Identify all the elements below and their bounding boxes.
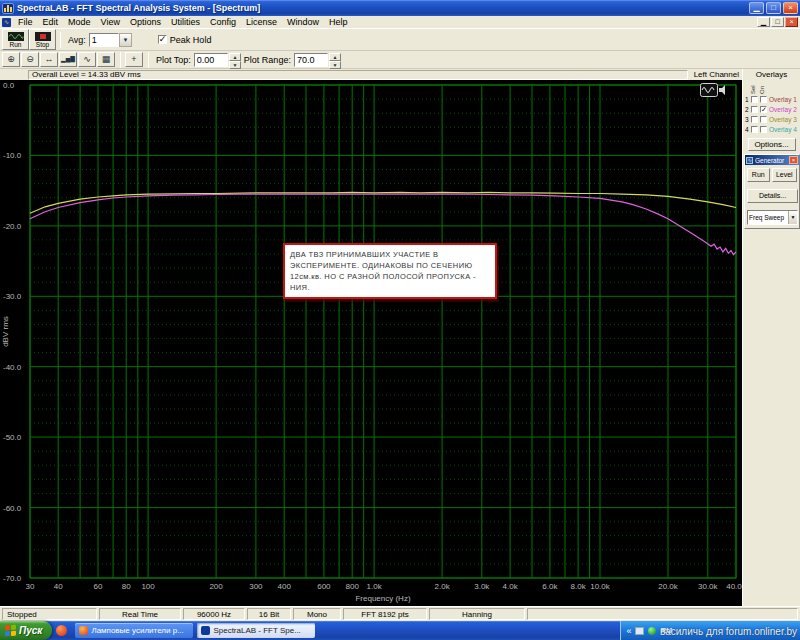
generator-close-icon[interactable]: × [789,156,798,164]
taskbar-task-browser[interactable]: Ламповые усилители р... [75,623,193,638]
generator-details-button[interactable]: Details... [747,189,798,203]
peak-hold-checkbox[interactable] [158,35,167,44]
overall-level-readout: Overall Level = 14.33 dBV rms [28,70,688,80]
svg-text:dBV rms: dBV rms [1,316,10,347]
menu-file[interactable]: File [13,16,38,28]
avg-dropdown-arrow-icon[interactable]: ▼ [119,33,132,47]
marker-icon: + [131,54,136,64]
menu-window[interactable]: Window [282,16,324,28]
tray-chevron-icon[interactable]: « [626,626,631,636]
annotation-line: 12см.кв. НО С РАЗНОЙ ПОЛОСОЙ ПРОПУСКА - [290,271,490,282]
quick-launch-browser-icon[interactable] [56,625,67,636]
generator-active-icon [700,83,726,101]
menu-utilities[interactable]: Utilities [166,16,205,28]
overlay-1-on-checkbox[interactable] [760,96,767,103]
overlay-2-sel-checkbox[interactable] [751,106,758,113]
overlays-title: Overlays [743,70,800,79]
start-button[interactable]: Пуск [0,621,52,640]
mdi-restore-button[interactable]: □ [771,17,784,27]
bar-chart-view-button[interactable]: ▂▅▇ [59,52,77,67]
overlay-4-on-checkbox[interactable] [760,126,767,133]
avg-value[interactable]: 1 [89,33,119,47]
avg-label: Avg: [68,35,86,45]
generator-title: Generator [755,157,789,164]
svg-text:600: 600 [317,582,331,591]
overlay-1-sel-checkbox[interactable] [751,96,758,103]
svg-text:10.0k: 10.0k [590,582,611,591]
run-button[interactable]: Run [2,29,29,50]
windows-logo-icon [5,625,16,637]
spin-up-icon[interactable]: ▲ [229,53,241,61]
overlay-4-sel-checkbox[interactable] [751,126,758,133]
plot-range-spinner[interactable]: ▲ ▼ [329,53,341,67]
watermark-text: василичь для forum.onliner.by [660,626,797,637]
time-series-view-button[interactable]: ∿ [78,52,96,67]
window-title: SpectraLAB - FFT Spectral Analysis Syste… [17,3,747,13]
restore-button[interactable]: □ [766,2,781,14]
menu-help[interactable]: Help [324,16,353,28]
stop-button[interactable]: Stop [29,29,56,50]
menu-license[interactable]: License [241,16,282,28]
overlay-row-4[interactable]: 4 Overlay 4 [743,124,800,134]
zoom-horizontal-button[interactable]: ↔ [40,52,58,67]
svg-text:-10.0: -10.0 [3,151,22,160]
overlay-row-2[interactable]: 2 Overlay 2 [743,104,800,114]
menu-view[interactable]: View [96,16,125,28]
run-button-label: Run [10,41,22,48]
overlay-options-button[interactable]: Options... [748,138,796,151]
overlay-number: 1 [745,96,749,103]
overlay-3-on-checkbox[interactable] [760,116,767,123]
overlay-row-3[interactable]: 3 Overlay 3 [743,114,800,124]
menu-options[interactable]: Options [125,16,166,28]
generator-run-button[interactable]: Run [747,168,770,182]
status-sample-rate: 96000 Hz [183,608,245,620]
plot-top-spinner[interactable]: ▲ ▼ [229,53,241,67]
minimize-button[interactable]: ▁ [749,2,764,14]
plot-top-input[interactable]: 0.00 [194,53,228,67]
browser-icon [79,626,88,635]
spin-down-icon[interactable]: ▼ [229,61,241,69]
zoom-in-button[interactable]: ⊕ [2,52,20,67]
spectrogram-view-button[interactable]: ▦ [97,52,115,67]
svg-text:3.0k: 3.0k [474,582,490,591]
overlay-3-sel-checkbox[interactable] [751,116,758,123]
avg-combobox[interactable]: 1 ▼ [89,33,132,47]
svg-text:100: 100 [141,582,155,591]
mdi-minimize-button[interactable]: ▁ [757,17,770,27]
spin-down-icon[interactable]: ▼ [329,61,341,69]
title-bar: SpectraLAB - FFT Spectral Analysis Syste… [0,0,800,16]
spectrogram-icon: ▦ [102,54,111,64]
generator-mode-arrow-icon[interactable]: ▼ [788,211,797,224]
menu-config[interactable]: Config [205,16,241,28]
generator-icon: ∿ [746,157,753,164]
status-channel-mode: Mono [293,608,341,620]
overlay-row-1[interactable]: 1 Overlay 1 [743,94,800,104]
tray-display-icon[interactable] [635,627,644,635]
generator-level-button[interactable]: Level [772,168,797,182]
mdi-close-button[interactable]: × [785,17,798,27]
svg-text:80: 80 [122,582,131,591]
stop-button-label: Stop [36,41,49,48]
overlay-2-on-checkbox[interactable] [760,106,767,113]
taskbar-task-spectralab[interactable]: SpectraLAB - FFT Spe... [197,623,315,638]
tray-status-icon[interactable] [648,627,656,635]
marker-button[interactable]: + [125,52,143,67]
generator-mode-combobox[interactable]: Freq Sweep ▼ [747,210,798,225]
generator-mode-value: Freq Sweep [748,211,788,224]
plot-range-input[interactable]: 70.0 [294,53,328,67]
menu-mode[interactable]: Mode [63,16,96,28]
toolbar-separator [60,32,61,48]
run-wave-icon [8,32,24,41]
status-fft-size: FFT 8192 pts [343,608,427,620]
menu-edit[interactable]: Edit [38,16,64,28]
mdi-child-icon: ∿ [2,18,11,27]
zoom-out-button[interactable]: ⊖ [21,52,39,67]
svg-text:-50.0: -50.0 [3,433,22,442]
spectrum-plot[interactable]: 304060801002003004006008001.0k2.0k3.0k4.… [0,80,742,606]
svg-text:-30.0: -30.0 [3,292,22,301]
close-button[interactable]: × [783,2,798,14]
plot-range-label: Plot Range: [244,55,291,65]
waveform-icon: ∿ [83,54,91,64]
spin-up-icon[interactable]: ▲ [329,53,341,61]
annotation-box: ДВА ТВЗ ПРИНИМАВШИХ УЧАСТИЕ В ЭКСПЕРИМЕН… [283,243,497,299]
